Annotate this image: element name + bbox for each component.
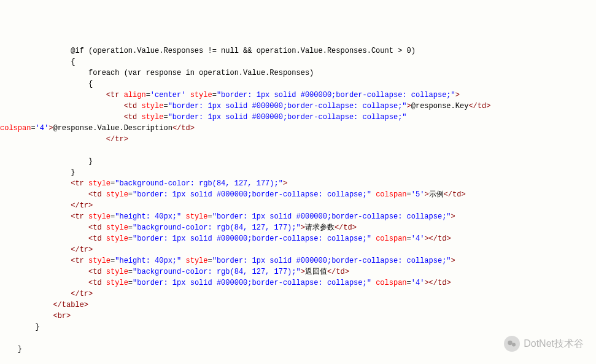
code-line: foreach (var response in operation.Value…: [0, 68, 596, 79]
code-line: <tr style="height: 40px;" style="border:…: [0, 255, 596, 266]
watermark: DotNet技术谷: [504, 336, 584, 352]
svg-point-1: [512, 343, 516, 347]
code-block: @if (operation.Value.Responses != null &…: [0, 45, 596, 364]
code-line: {: [0, 79, 596, 90]
watermark-text: DotNet技术谷: [524, 338, 584, 349]
code-line: </table>: [0, 300, 596, 311]
code-line: <tr style="background-color: rgb(84, 127…: [0, 178, 596, 189]
code-line: </tr>: [0, 244, 596, 255]
code-line: @if (operation.Value.Responses != null &…: [0, 45, 596, 56]
code-line: <br>: [0, 311, 596, 322]
code-line: <td style="border: 1px solid #000000;bor…: [0, 233, 596, 244]
wechat-icon: [504, 336, 520, 352]
code-line: <td style="background-color: rgb(84, 127…: [0, 222, 596, 233]
code-line: colspan='4'>@response.Value.Description<…: [0, 123, 596, 134]
code-line: <tr align='center' style="border: 1px so…: [0, 90, 596, 101]
code-line: <td style="border: 1px solid #000000;bor…: [0, 101, 596, 112]
code-line: <td style="border: 1px solid #000000;bor…: [0, 189, 596, 200]
code-line: {: [0, 56, 596, 68]
code-line: <tr style="height: 40px;" style="border:…: [0, 211, 596, 222]
code-line: </tr>: [0, 288, 596, 300]
code-line: <td style="background-color: rgb(84, 127…: [0, 266, 596, 277]
code-line: </tr>: [0, 200, 596, 211]
code-line: }: [0, 167, 596, 178]
code-line: <td style="border: 1px solid #000000;bor…: [0, 277, 596, 288]
code-line: }: [0, 322, 596, 333]
code-line: [0, 145, 596, 156]
svg-point-0: [508, 341, 513, 346]
code-line: <td style="border: 1px solid #000000;bor…: [0, 112, 596, 123]
code-line: }: [0, 156, 596, 167]
code-line: </tr>: [0, 134, 596, 145]
code-line: [0, 355, 596, 364]
